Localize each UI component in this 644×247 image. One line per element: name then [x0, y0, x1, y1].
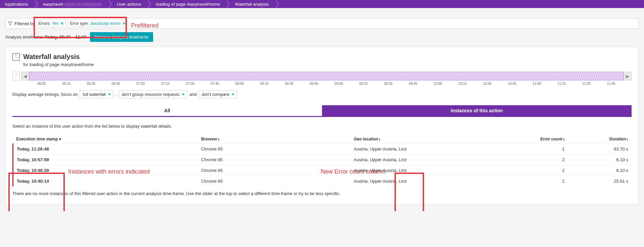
- timeline-tick: 08:30: [277, 82, 302, 85]
- timeline-tick: 08:15: [252, 82, 277, 85]
- breadcrumb-applications[interactable]: Applications: [0, 0, 34, 8]
- analysis-timeframe-value: Today, 05:47 – 11:47: [45, 35, 87, 40]
- annotation-prefiltered: Prefiltered: [131, 22, 158, 29]
- close-icon[interactable]: ✕: [60, 21, 64, 26]
- timeline-tick: 11:00: [524, 82, 549, 85]
- timeline-tick: 10:30: [475, 82, 500, 85]
- th-browser[interactable]: Browser▴▾: [134, 135, 351, 144]
- timeline-zoom-dropdown[interactable]: ˅: [12, 72, 20, 80]
- breadcrumb-app-name[interactable]: easytravel xxxxx-xx-xxxxxxxxx: [34, 0, 108, 8]
- td-timestamp: Today, 11:26:48: [13, 144, 134, 155]
- funnel-icon: [8, 21, 12, 26]
- td-timestamp: Today, 10:57:59: [13, 155, 134, 165]
- th-geo[interactable]: Geo location▴▾: [351, 135, 491, 144]
- timeline-tick: 06:00: [29, 82, 54, 85]
- timeline: ˅ ◀ ▶: [12, 72, 632, 80]
- tab-all[interactable]: All: [12, 105, 322, 117]
- remove-timeframe-button[interactable]: Remove analysis timeframe: [90, 32, 153, 42]
- timeline-tick: 08:00: [227, 82, 252, 85]
- analysis-timeframe-row: Analysis timeframe: Today, 05:47 – 11:47…: [5, 32, 639, 42]
- timeline-tick: 06:45: [103, 82, 128, 85]
- timeline-tick: 09:15: [351, 82, 376, 85]
- timeline-axis: 06:0006:1506:3006:4507:0007:1507:3007:45…: [29, 82, 632, 85]
- breadcrumb-page-load[interactable]: loading of page /easytravel/home: [147, 0, 226, 8]
- timeline-tick: 06:30: [79, 82, 104, 85]
- td-duration: 6.10 s: [571, 155, 632, 165]
- chevron-left-icon: ◀: [24, 74, 27, 79]
- filter-bar[interactable]: Filtered by Errors: Yes ✕ Error type: Ja…: [5, 18, 639, 29]
- timeline-tick: 07:15: [153, 82, 178, 85]
- timeline-tick: 11:30: [574, 82, 599, 85]
- chevron-right-icon: ▶: [626, 74, 629, 79]
- breadcrumb-user-actions[interactable]: User actions: [108, 0, 147, 8]
- td-geo: Austria, Upper Austria, Linz: [351, 176, 491, 187]
- td-duration: 63.70 s: [571, 144, 632, 155]
- timeline-tick: 07:30: [178, 82, 203, 85]
- timeline-tick: 10:45: [500, 82, 524, 85]
- timeline-tick: 10:15: [450, 82, 475, 85]
- td-timestamp: Today, 10:46:29: [13, 165, 134, 176]
- timeline-tick: 06:15: [54, 82, 79, 85]
- filter-chip-error-type[interactable]: Error type: JavaScript errors ✕: [67, 20, 128, 27]
- th-error-count[interactable]: Error count▴▾: [491, 135, 571, 144]
- timeline-tick: 11:15: [549, 82, 574, 85]
- td-error-count: 2: [491, 155, 571, 165]
- timeline-tick: 11:45: [599, 82, 624, 85]
- breadcrumb: Applications easytravel xxxxx-xx-xxxxxxx…: [0, 0, 644, 8]
- timeline-next-button[interactable]: ▶: [624, 72, 632, 80]
- table-row[interactable]: Today, 10:40:14Chrome 85Austria, Upper A…: [13, 176, 632, 187]
- timeline-tick: 09:45: [401, 82, 425, 85]
- timeline-tick: 07:00: [128, 82, 153, 85]
- th-timestamp[interactable]: Execution time stamp ▾: [13, 135, 134, 144]
- waterfall-icon: [12, 53, 20, 61]
- timeline-tick: 10:00: [425, 82, 450, 85]
- td-error-count: 2: [491, 176, 571, 187]
- td-browser: Chrome 85: [134, 165, 351, 176]
- close-icon[interactable]: ✕: [123, 21, 126, 26]
- select-grouping[interactable]: don't group resource requests: [119, 90, 187, 99]
- timeline-tick: 09:30: [376, 82, 401, 85]
- tabs: All Instances of this action: [12, 105, 632, 117]
- filtered-by-label: Filtered by: [14, 21, 35, 26]
- sort-icon: ▴▾: [627, 138, 628, 141]
- table-row[interactable]: Today, 10:57:59Chrome 85Austria, Upper A…: [13, 155, 632, 165]
- timeline-prev-button[interactable]: ◀: [21, 72, 29, 80]
- chevron-down-icon: ˅: [15, 74, 17, 79]
- td-error-count: 1: [491, 144, 571, 155]
- table-row[interactable]: Today, 11:26:48Chrome 85Austria, Upper A…: [13, 144, 632, 155]
- timeline-tick: 08:45: [302, 82, 326, 85]
- waterfall-panel: Waterfall analysis for loading of page /…: [5, 47, 639, 204]
- td-duration: 25.91 s: [571, 176, 632, 187]
- instruction-text: Select an instance of this user action f…: [12, 124, 632, 129]
- display-controls: Display average timings, focus on full w…: [12, 90, 632, 99]
- sort-icon: ▴▾: [379, 138, 380, 141]
- td-timestamp: Today, 10:40:14: [13, 176, 134, 187]
- panel-subtitle: for loading of page /easytravel/home: [23, 62, 632, 67]
- sort-desc-icon: ▾: [59, 137, 61, 141]
- breadcrumb-waterfall[interactable]: Waterfall analysis: [226, 0, 275, 8]
- td-geo: Austria, Upper Austria, Linz: [351, 165, 491, 176]
- td-browser: Chrome 85: [134, 155, 351, 165]
- th-duration[interactable]: Duration▴▾: [571, 135, 632, 144]
- filter-chip-errors[interactable]: Errors: Yes ✕: [36, 20, 66, 27]
- sort-icon: ▴▾: [563, 138, 565, 141]
- td-geo: Austria, Upper Austria, Linz: [351, 144, 491, 155]
- no-more-text: There are no more instances of this filt…: [12, 191, 632, 196]
- timeline-track[interactable]: [29, 72, 624, 80]
- td-duration: 6.10 s: [571, 165, 632, 176]
- select-compare[interactable]: don't compare: [199, 90, 237, 99]
- panel-title: Waterfall analysis: [23, 53, 80, 61]
- select-focus[interactable]: full waterfall: [80, 90, 113, 99]
- timeline-tick: 09:00: [326, 82, 351, 85]
- td-geo: Austria, Upper Austria, Linz: [351, 155, 491, 165]
- instances-table: Execution time stamp ▾ Browser▴▾ Geo loc…: [12, 135, 632, 186]
- tab-instances[interactable]: Instances of this action: [322, 105, 632, 117]
- table-row[interactable]: Today, 10:46:29Chrome 85Austria, Upper A…: [13, 165, 632, 176]
- sort-icon: ▴▾: [218, 138, 220, 141]
- td-browser: Chrome 85: [134, 144, 351, 155]
- td-browser: Chrome 85: [134, 176, 351, 187]
- timeline-tick: 07:45: [202, 82, 227, 85]
- td-error-count: 2: [491, 165, 571, 176]
